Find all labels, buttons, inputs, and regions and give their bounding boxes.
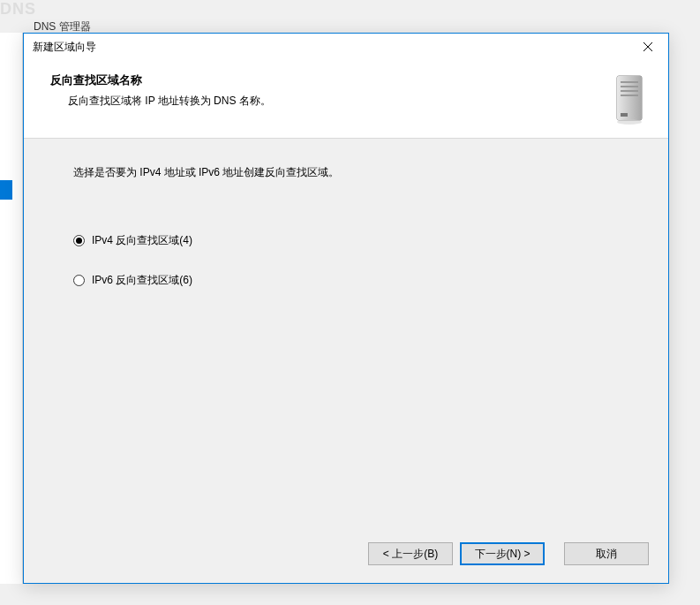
close-icon <box>643 42 653 52</box>
radio-ipv4-label: IPv4 反向查找区域(4) <box>92 233 192 248</box>
body-panel: 选择是否要为 IPv4 地址或 IPv6 地址创建反向查找区域。 IPv4 反向… <box>24 139 668 530</box>
server-icon <box>612 72 649 125</box>
header-subtitle: 反向查找区域将 IP 地址转换为 DNS 名称。 <box>50 94 603 109</box>
cancel-button[interactable]: 取消 <box>564 542 649 565</box>
next-button[interactable]: 下一步(N) > <box>460 542 545 565</box>
radio-ipv4[interactable]: IPv4 反向查找区域(4) <box>73 233 619 248</box>
radio-icon <box>73 275 85 286</box>
svg-rect-8 <box>621 113 628 117</box>
svg-rect-5 <box>621 86 638 87</box>
radio-ipv6-label: IPv6 反向查找区域(6) <box>92 273 192 288</box>
radio-dot-icon <box>76 238 82 244</box>
close-button[interactable] <box>628 34 668 60</box>
backdrop-app-title: DNS <box>0 0 36 19</box>
header-text: 反向查找区域名称 反向查找区域将 IP 地址转换为 DNS 名称。 <box>50 72 603 109</box>
header-panel: 反向查找区域名称 反向查找区域将 IP 地址转换为 DNS 名称。 <box>24 60 668 139</box>
backdrop-left-panel <box>0 33 23 584</box>
svg-point-9 <box>617 119 642 125</box>
header-title: 反向查找区域名称 <box>50 72 603 88</box>
backdrop-selection-highlight <box>0 180 12 200</box>
wizard-dialog: 新建区域向导 反向查找区域名称 反向查找区域将 IP 地址转换为 DNS 名称。 <box>23 33 669 584</box>
svg-rect-7 <box>621 95 638 96</box>
footer: < 上一步(B) 下一步(N) > 取消 <box>24 530 668 583</box>
svg-rect-4 <box>621 81 638 83</box>
back-button[interactable]: < 上一步(B) <box>368 542 453 565</box>
radio-ipv6[interactable]: IPv6 反向查找区域(6) <box>73 273 619 288</box>
dialog-title: 新建区域向导 <box>33 40 96 55</box>
svg-rect-6 <box>621 90 638 92</box>
titlebar: 新建区域向导 <box>24 34 668 60</box>
radio-group: IPv4 反向查找区域(4) IPv6 反向查找区域(6) <box>73 233 619 288</box>
radio-icon <box>73 235 85 246</box>
instruction-text: 选择是否要为 IPv4 地址或 IPv6 地址创建反向查找区域。 <box>73 165 619 180</box>
